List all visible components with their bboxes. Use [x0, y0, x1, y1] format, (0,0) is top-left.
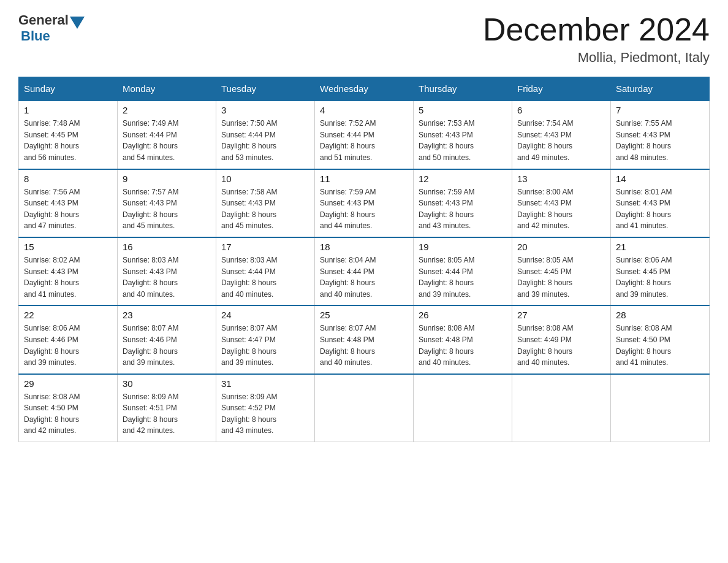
- day-info: Sunrise: 8:04 AMSunset: 4:44 PMDaylight:…: [320, 255, 408, 300]
- calendar-day-cell: 28Sunrise: 8:08 AMSunset: 4:50 PMDayligh…: [611, 305, 710, 373]
- day-number: 3: [221, 105, 309, 115]
- day-info: Sunrise: 7:57 AMSunset: 4:43 PMDaylight:…: [123, 186, 211, 232]
- day-info: Sunrise: 8:02 AMSunset: 4:43 PMDaylight:…: [24, 255, 112, 300]
- day-number: 11: [320, 174, 408, 184]
- day-number: 17: [221, 242, 309, 252]
- day-info: Sunrise: 8:09 AMSunset: 4:52 PMDaylight:…: [221, 391, 309, 437]
- col-sunday: Sunday: [19, 77, 118, 101]
- day-info: Sunrise: 8:08 AMSunset: 4:48 PMDaylight:…: [419, 323, 507, 368]
- col-wednesday: Wednesday: [315, 77, 414, 101]
- day-info: Sunrise: 7:52 AMSunset: 4:44 PMDaylight:…: [320, 118, 408, 163]
- day-info: Sunrise: 8:05 AMSunset: 4:45 PMDaylight:…: [517, 255, 605, 300]
- day-info: Sunrise: 7:48 AMSunset: 4:45 PMDaylight:…: [24, 118, 112, 163]
- day-info: Sunrise: 7:53 AMSunset: 4:43 PMDaylight:…: [419, 118, 507, 163]
- col-thursday: Thursday: [414, 77, 512, 101]
- col-saturday: Saturday: [611, 77, 710, 101]
- calendar-day-cell: 23Sunrise: 8:07 AMSunset: 4:46 PMDayligh…: [118, 305, 216, 373]
- day-info: Sunrise: 7:59 AMSunset: 4:43 PMDaylight:…: [320, 186, 408, 232]
- day-number: 29: [24, 378, 112, 389]
- calendar-day-cell: 27Sunrise: 8:08 AMSunset: 4:49 PMDayligh…: [512, 305, 611, 373]
- title-block: December 2024 Mollia, Piedmont, Italy: [483, 12, 710, 66]
- calendar-day-cell: 6Sunrise: 7:54 AMSunset: 4:43 PMDaylight…: [512, 101, 611, 169]
- day-info: Sunrise: 8:01 AMSunset: 4:43 PMDaylight:…: [616, 186, 704, 232]
- day-number: 20: [517, 242, 605, 252]
- col-friday: Friday: [512, 77, 611, 101]
- calendar-day-cell: 16Sunrise: 8:03 AMSunset: 4:43 PMDayligh…: [118, 237, 216, 305]
- day-number: 31: [221, 378, 309, 389]
- day-number: 27: [517, 310, 605, 320]
- day-number: 14: [616, 174, 704, 184]
- calendar-table: Sunday Monday Tuesday Wednesday Thursday…: [18, 77, 710, 442]
- day-info: Sunrise: 8:06 AMSunset: 4:45 PMDaylight:…: [616, 255, 704, 300]
- calendar-day-cell: 14Sunrise: 8:01 AMSunset: 4:43 PMDayligh…: [611, 169, 710, 237]
- calendar-day-cell: 10Sunrise: 7:58 AMSunset: 4:43 PMDayligh…: [216, 169, 315, 237]
- calendar-week-row: 29Sunrise: 8:08 AMSunset: 4:50 PMDayligh…: [19, 374, 710, 442]
- col-tuesday: Tuesday: [216, 77, 315, 101]
- day-number: 4: [320, 105, 408, 115]
- day-info: Sunrise: 7:50 AMSunset: 4:44 PMDaylight:…: [221, 118, 309, 163]
- logo: General Blue: [18, 12, 86, 44]
- day-number: 16: [123, 242, 211, 252]
- day-number: 9: [123, 174, 211, 184]
- day-info: Sunrise: 8:00 AMSunset: 4:43 PMDaylight:…: [517, 186, 605, 232]
- calendar-day-cell: [512, 374, 611, 442]
- day-number: 18: [320, 242, 408, 252]
- day-number: 6: [517, 105, 605, 115]
- calendar-day-cell: 9Sunrise: 7:57 AMSunset: 4:43 PMDaylight…: [118, 169, 216, 237]
- calendar-day-cell: 12Sunrise: 7:59 AMSunset: 4:43 PMDayligh…: [414, 169, 512, 237]
- logo-blue-text: Blue: [21, 28, 50, 44]
- day-number: 19: [419, 242, 507, 252]
- day-number: 23: [123, 310, 211, 320]
- calendar-day-cell: 1Sunrise: 7:48 AMSunset: 4:45 PMDaylight…: [19, 101, 118, 169]
- calendar-day-cell: 31Sunrise: 8:09 AMSunset: 4:52 PMDayligh…: [216, 374, 315, 442]
- calendar-day-cell: 20Sunrise: 8:05 AMSunset: 4:45 PMDayligh…: [512, 237, 611, 305]
- calendar-day-cell: 5Sunrise: 7:53 AMSunset: 4:43 PMDaylight…: [414, 101, 512, 169]
- day-info: Sunrise: 8:07 AMSunset: 4:47 PMDaylight:…: [221, 323, 309, 368]
- day-number: 30: [123, 378, 211, 389]
- calendar-week-row: 22Sunrise: 8:06 AMSunset: 4:46 PMDayligh…: [19, 305, 710, 373]
- calendar-day-cell: 24Sunrise: 8:07 AMSunset: 4:47 PMDayligh…: [216, 305, 315, 373]
- day-info: Sunrise: 7:49 AMSunset: 4:44 PMDaylight:…: [123, 118, 211, 163]
- day-number: 25: [320, 310, 408, 320]
- calendar-day-cell: 11Sunrise: 7:59 AMSunset: 4:43 PMDayligh…: [315, 169, 414, 237]
- calendar-day-cell: 29Sunrise: 8:08 AMSunset: 4:50 PMDayligh…: [19, 374, 118, 442]
- calendar-day-cell: 15Sunrise: 8:02 AMSunset: 4:43 PMDayligh…: [19, 237, 118, 305]
- calendar-day-cell: 22Sunrise: 8:06 AMSunset: 4:46 PMDayligh…: [19, 305, 118, 373]
- day-number: 12: [419, 174, 507, 184]
- page-header: General Blue December 2024 Mollia, Piedm…: [18, 12, 710, 66]
- day-info: Sunrise: 8:03 AMSunset: 4:43 PMDaylight:…: [123, 255, 211, 300]
- calendar-day-cell: 8Sunrise: 7:56 AMSunset: 4:43 PMDaylight…: [19, 169, 118, 237]
- calendar-day-cell: 30Sunrise: 8:09 AMSunset: 4:51 PMDayligh…: [118, 374, 216, 442]
- day-info: Sunrise: 8:07 AMSunset: 4:48 PMDaylight:…: [320, 323, 408, 368]
- day-info: Sunrise: 7:54 AMSunset: 4:43 PMDaylight:…: [517, 118, 605, 163]
- calendar-week-row: 8Sunrise: 7:56 AMSunset: 4:43 PMDaylight…: [19, 169, 710, 237]
- calendar-day-cell: 21Sunrise: 8:06 AMSunset: 4:45 PMDayligh…: [611, 237, 710, 305]
- day-info: Sunrise: 8:08 AMSunset: 4:50 PMDaylight:…: [616, 323, 704, 368]
- day-number: 24: [221, 310, 309, 320]
- calendar-day-cell: 3Sunrise: 7:50 AMSunset: 4:44 PMDaylight…: [216, 101, 315, 169]
- calendar-day-cell: [315, 374, 414, 442]
- calendar-body: 1Sunrise: 7:48 AMSunset: 4:45 PMDaylight…: [19, 101, 710, 442]
- day-info: Sunrise: 7:56 AMSunset: 4:43 PMDaylight:…: [24, 186, 112, 232]
- day-number: 21: [616, 242, 704, 252]
- calendar-day-cell: 18Sunrise: 8:04 AMSunset: 4:44 PMDayligh…: [315, 237, 414, 305]
- day-number: 22: [24, 310, 112, 320]
- header-row: Sunday Monday Tuesday Wednesday Thursday…: [19, 77, 710, 101]
- calendar-day-cell: 26Sunrise: 8:08 AMSunset: 4:48 PMDayligh…: [414, 305, 512, 373]
- col-monday: Monday: [118, 77, 216, 101]
- day-info: Sunrise: 8:06 AMSunset: 4:46 PMDaylight:…: [24, 323, 112, 368]
- calendar-day-cell: [611, 374, 710, 442]
- calendar-week-row: 1Sunrise: 7:48 AMSunset: 4:45 PMDaylight…: [19, 101, 710, 169]
- day-info: Sunrise: 7:55 AMSunset: 4:43 PMDaylight:…: [616, 118, 704, 163]
- calendar-day-cell: 25Sunrise: 8:07 AMSunset: 4:48 PMDayligh…: [315, 305, 414, 373]
- month-title: December 2024: [483, 12, 710, 47]
- day-number: 8: [24, 174, 112, 184]
- calendar-day-cell: 19Sunrise: 8:05 AMSunset: 4:44 PMDayligh…: [414, 237, 512, 305]
- day-number: 10: [221, 174, 309, 184]
- day-info: Sunrise: 8:07 AMSunset: 4:46 PMDaylight:…: [123, 323, 211, 368]
- day-info: Sunrise: 8:05 AMSunset: 4:44 PMDaylight:…: [419, 255, 507, 300]
- calendar-week-row: 15Sunrise: 8:02 AMSunset: 4:43 PMDayligh…: [19, 237, 710, 305]
- day-number: 5: [419, 105, 507, 115]
- calendar-day-cell: 4Sunrise: 7:52 AMSunset: 4:44 PMDaylight…: [315, 101, 414, 169]
- day-info: Sunrise: 8:03 AMSunset: 4:44 PMDaylight:…: [221, 255, 309, 300]
